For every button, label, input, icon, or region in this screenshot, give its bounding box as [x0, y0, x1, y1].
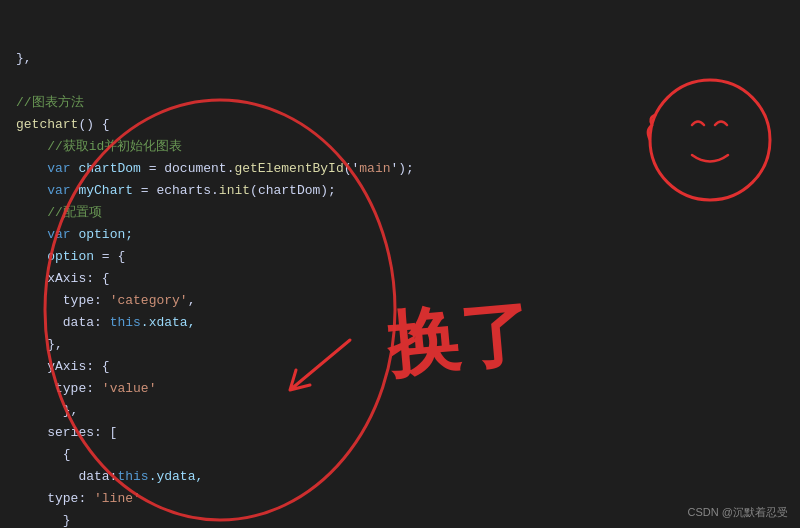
- code-line: getchart() {: [0, 114, 800, 136]
- code-block: }, //图表方法getchart() { //获取id并初始化图表 var c…: [0, 0, 800, 528]
- code-line: yAxis: {: [0, 356, 800, 378]
- code-line: //配置项: [0, 202, 800, 224]
- watermark: CSDN @沉默着忍受: [688, 505, 788, 520]
- code-line: //获取id并初始化图表: [0, 136, 800, 158]
- code-line: data:this.ydata,: [0, 466, 800, 488]
- code-line: series: [: [0, 422, 800, 444]
- code-line: },: [0, 400, 800, 422]
- code-line: var chartDom = document.getElementById('…: [0, 158, 800, 180]
- code-line: var option;: [0, 224, 800, 246]
- code-line: //图表方法: [0, 92, 800, 114]
- code-line: var myChart = echarts.init(chartDom);: [0, 180, 800, 202]
- code-line: type: 'value': [0, 378, 800, 400]
- code-line: type: 'line': [0, 488, 800, 510]
- code-line: xAxis: {: [0, 268, 800, 290]
- code-line: type: 'category',: [0, 290, 800, 312]
- code-line: option = {: [0, 246, 800, 268]
- code-container: }, //图表方法getchart() { //获取id并初始化图表 var c…: [0, 0, 800, 528]
- code-line: [0, 70, 800, 92]
- code-line: data: this.xdata,: [0, 312, 800, 334]
- code-line: {: [0, 444, 800, 466]
- code-line: }: [0, 510, 800, 528]
- code-line: },: [0, 48, 800, 70]
- code-line: },: [0, 334, 800, 356]
